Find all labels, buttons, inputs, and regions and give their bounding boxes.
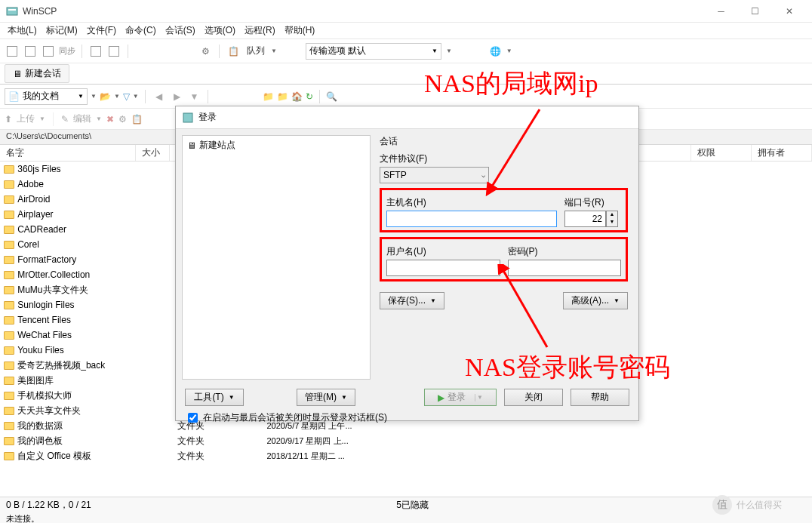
help-button[interactable]: 帮助 — [571, 389, 629, 406]
sync-browse-icon[interactable] — [41, 44, 56, 59]
new-site-node[interactable]: 🖥 新建站点 — [183, 136, 370, 155]
sites-tree[interactable]: 🖥 新建站点 — [182, 135, 371, 380]
protocol-select[interactable]: SFTP ⌵ — [380, 167, 489, 183]
compare-icon[interactable] — [23, 44, 38, 59]
file-name: Airplayer — [17, 209, 140, 220]
filter-icon[interactable]: ▽ — [123, 91, 130, 102]
root-folder-icon[interactable]: 📁 — [277, 91, 288, 102]
file-name: 360js Files — [17, 164, 140, 174]
monitor-icon: 🖥 — [187, 140, 196, 151]
find-icon[interactable]: 🔍 — [326, 91, 337, 102]
back-icon[interactable]: ◀ — [152, 90, 166, 103]
dialog-titlebar: 登录 — [176, 106, 638, 129]
up-folder-icon[interactable]: 📁 — [263, 91, 274, 102]
file-type: 文件夹 — [177, 450, 267, 463]
file-name: 天天共享文件夹 — [17, 405, 140, 417]
open-folder-icon[interactable]: 📂 — [100, 91, 111, 102]
refresh-icon[interactable]: ↻ — [306, 91, 313, 102]
folder-icon — [3, 178, 14, 190]
save-button[interactable]: 保存(S)... — [380, 292, 444, 309]
file-modified: 2018/12/11 星期二 ... — [266, 451, 374, 462]
file-name: Sunlogin Files — [17, 300, 140, 310]
folder-icon — [3, 208, 14, 220]
tb-icon-1[interactable] — [88, 44, 103, 59]
menu-options[interactable]: 选项(O) — [200, 23, 240, 38]
parent-folder-icon: ↰ — [3, 148, 14, 160]
minimize-button[interactable]: ─ — [704, 0, 738, 23]
folder-icon — [3, 193, 14, 205]
list-item[interactable]: 我的调色板文件夹2020/9/17 星期四 上... — [0, 433, 377, 448]
col-owner[interactable]: 拥有者 — [752, 145, 812, 161]
tb-icon-2[interactable] — [106, 44, 121, 59]
file-name: 我的调色板 — [17, 435, 140, 448]
folder-icon — [3, 420, 14, 432]
menubar: 本地(L) 标记(M) 文件(F) 命令(C) 会话(S) 选项(O) 远程(R… — [0, 23, 812, 39]
close-button[interactable]: ✕ — [772, 0, 806, 23]
user-label: 用户名(U) — [386, 245, 500, 258]
svg-rect-0 — [7, 8, 17, 15]
folder-icon — [3, 314, 14, 326]
file-name: 手机模拟大师 — [17, 389, 140, 402]
window-title: WinSCP — [23, 6, 704, 17]
local-dir-combo[interactable]: 📄 我的文档 ▼ — [5, 88, 88, 105]
menu-command[interactable]: 命令(C) — [121, 23, 161, 38]
file-name: Adobe — [17, 179, 140, 189]
menu-mark[interactable]: 标记(M) — [42, 23, 82, 38]
main-toolbar: 同步 ⚙ 📋 队列 ▼ 传输选项 默认 ▼ ▼ 🌐 ▼ — [0, 39, 812, 63]
login-button[interactable]: ▶登录│▼ — [424, 389, 497, 406]
menu-remote[interactable]: 远程(R) — [240, 23, 280, 38]
port-spin-up[interactable]: ▲ — [607, 211, 617, 219]
menu-file[interactable]: 文件(F) — [82, 23, 121, 38]
maximize-button[interactable]: ☐ — [738, 0, 772, 23]
folder-icon — [3, 299, 14, 311]
folder-icon — [3, 405, 14, 417]
pass-input[interactable] — [508, 260, 622, 276]
close-dialog-button[interactable]: 关闭 — [504, 389, 563, 406]
menu-help[interactable]: 帮助(H) — [280, 23, 320, 38]
list-item[interactable]: 自定义 Office 模板文件夹2018/12/11 星期二 ... — [0, 448, 377, 463]
host-input[interactable] — [386, 211, 557, 227]
gear-icon[interactable]: ⚙ — [198, 44, 213, 59]
file-name: WeChat Files — [17, 330, 140, 340]
new-session-tab[interactable]: 🖥 新建会话 — [5, 64, 69, 83]
manage-button[interactable]: 管理(M) — [297, 389, 355, 406]
show-on-startup-checkbox[interactable] — [188, 413, 198, 423]
file-modified: 2020/9/17 星期四 上... — [266, 435, 374, 447]
home-icon[interactable]: 🏠 — [291, 91, 303, 102]
globe-icon[interactable]: 🌐 — [488, 44, 503, 59]
port-input[interactable] — [564, 211, 606, 227]
fwd-icon[interactable]: ▶ — [170, 90, 183, 103]
show-on-startup-label: 在启动与最后会话被关闭时显示登录对话框(S) — [203, 411, 387, 424]
protocol-label: 文件协议(F) — [380, 152, 628, 165]
port-spin-down[interactable]: ▼ — [607, 219, 617, 226]
delete-icon: ✖ — [106, 114, 114, 125]
pass-label: 密码(P) — [508, 245, 622, 258]
sync-icon[interactable] — [5, 44, 20, 59]
transfer-preset-select[interactable]: 传输选项 默认 ▼ — [306, 43, 441, 60]
annotation-ip-text: NAS的局域网ip — [424, 66, 598, 101]
cred-highlight-box: 用户名(U) 密码(P) — [380, 237, 628, 281]
file-name: CADReader — [17, 224, 140, 235]
menu-session[interactable]: 会话(S) — [161, 23, 200, 38]
upload-label: 上传 — [17, 112, 35, 125]
folder-icon — [3, 269, 14, 281]
nav-icons: ◀ ▶ ▼ — [152, 90, 202, 103]
login-icon — [182, 112, 194, 124]
app-icon — [6, 5, 18, 17]
queue-icon[interactable]: 📋 — [226, 44, 241, 59]
file-name: MuMu共享文件夹 — [17, 284, 140, 297]
svg-rect-2 — [183, 113, 192, 122]
advanced-button[interactable]: 高级(A)... — [563, 292, 628, 309]
folder-icon — [3, 450, 14, 462]
smzdm-icon: 值 — [712, 495, 732, 515]
col-perm[interactable]: 权限 — [691, 145, 752, 161]
folder-icon — [3, 223, 14, 235]
tools-button[interactable]: 工具(T) — [185, 389, 244, 406]
svg-rect-1 — [8, 9, 16, 11]
upload-icon: ⬆ — [5, 114, 12, 125]
folder-icon — [3, 435, 14, 447]
file-name: Tencent Files — [17, 315, 140, 325]
menu-local[interactable]: 本地(L) — [3, 23, 42, 38]
folder-icon — [3, 238, 14, 251]
user-input[interactable] — [386, 260, 500, 276]
